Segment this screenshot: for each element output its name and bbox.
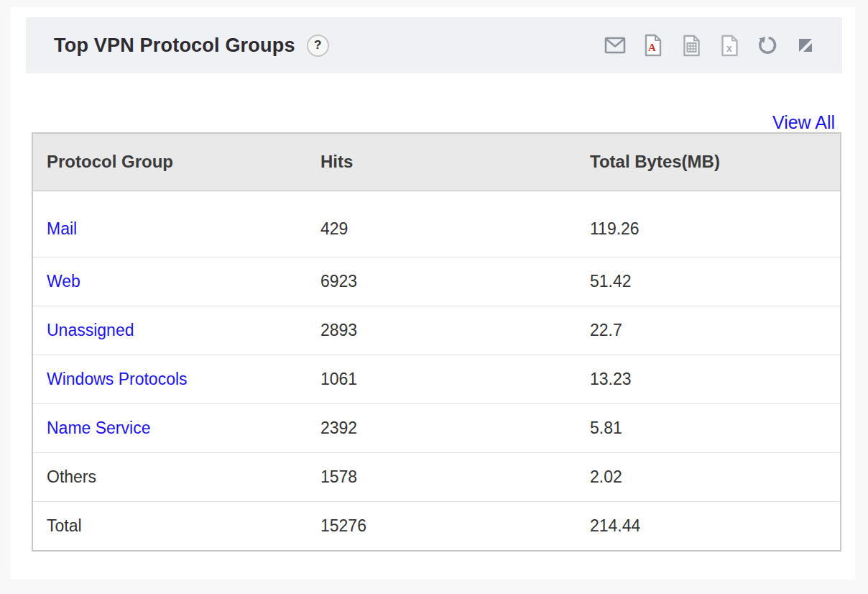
widget-header: Top VPN Protocol Groups ? A: [26, 17, 842, 73]
protocol-group-cell: Unassigned: [33, 306, 320, 355]
hits-cell: 1578: [320, 452, 590, 501]
pdf-export-icon: A: [644, 34, 662, 57]
email-button[interactable]: [604, 34, 626, 57]
hits-cell: 429: [320, 191, 590, 257]
hits-cell: 2893: [320, 306, 590, 355]
table-row: Web 6923 51.42: [33, 257, 840, 306]
table-row: Name Service 2392 5.81: [33, 403, 840, 452]
svg-text:A: A: [648, 42, 656, 53]
table-header-row: Protocol Group Hits Total Bytes(MB): [33, 134, 840, 191]
protocol-group-text: Total: [47, 516, 82, 535]
csv-export-icon: [683, 35, 701, 57]
hits-cell: 1061: [320, 355, 590, 403]
viewall-row: View All: [772, 112, 835, 133]
page: { "widget": { "title": "Top VPN Protocol…: [0, 0, 868, 594]
total-bytes-cell: 119.26: [590, 191, 840, 257]
protocol-group-link[interactable]: Name Service: [47, 419, 150, 437]
email-icon: [604, 36, 626, 55]
protocol-group-cell: Total: [33, 501, 320, 550]
table-row: Others 1578 2.02: [33, 452, 840, 501]
toolbar: A x: [604, 34, 816, 57]
refresh-icon: [757, 35, 778, 56]
protocol-group-link[interactable]: Web: [47, 272, 80, 291]
column-header-hits: Hits: [320, 134, 590, 191]
svg-text:x: x: [726, 42, 732, 54]
protocol-group-text: Others: [47, 467, 96, 486]
hits-cell: 6923: [320, 257, 590, 306]
protocol-table: Protocol Group Hits Total Bytes(MB) Mail…: [33, 134, 840, 550]
hits-cell: 15276: [320, 501, 590, 550]
protocol-group-cell: Mail: [33, 191, 320, 257]
column-header-total-bytes: Total Bytes(MB): [590, 134, 840, 191]
total-bytes-cell: 51.42: [590, 257, 840, 306]
protocol-group-link[interactable]: Unassigned: [47, 321, 134, 339]
table-row: Windows Protocols 1061 13.23: [33, 355, 840, 403]
protocol-group-link[interactable]: Windows Protocols: [47, 370, 188, 388]
refresh-button[interactable]: [757, 34, 778, 57]
excel-export-icon: x: [721, 35, 739, 57]
widget-title: Top VPN Protocol Groups: [54, 35, 295, 57]
total-bytes-cell: 13.23: [590, 355, 840, 403]
table-row: Unassigned 2893 22.7: [33, 306, 840, 355]
protocol-group-link[interactable]: Mail: [47, 219, 77, 238]
excel-export-button[interactable]: x: [719, 34, 740, 57]
protocol-table-wrap: Protocol Group Hits Total Bytes(MB) Mail…: [32, 132, 841, 552]
view-all-link[interactable]: View All: [772, 112, 835, 132]
resize-icon: [798, 37, 813, 53]
total-bytes-cell: 5.81: [590, 403, 840, 452]
help-icon[interactable]: ?: [307, 35, 329, 57]
title-wrap: Top VPN Protocol Groups ?: [54, 35, 329, 57]
total-bytes-cell: 2.02: [590, 452, 840, 501]
hits-cell: 2392: [320, 403, 590, 452]
table-head: Protocol Group Hits Total Bytes(MB): [33, 134, 840, 191]
total-bytes-cell: 22.7: [590, 306, 840, 355]
pdf-export-button[interactable]: A: [642, 34, 664, 57]
protocol-group-cell: Web: [33, 257, 320, 306]
total-bytes-cell: 214.44: [590, 501, 840, 550]
resize-button[interactable]: [795, 34, 816, 57]
protocol-group-cell: Others: [33, 452, 320, 501]
table-row: Mail 429 119.26: [33, 191, 840, 257]
protocol-group-cell: Name Service: [33, 403, 320, 452]
column-header-protocol-group: Protocol Group: [33, 134, 320, 191]
csv-export-button[interactable]: [680, 34, 702, 57]
table-row: Total 15276 214.44: [33, 501, 840, 550]
protocol-group-cell: Windows Protocols: [33, 355, 320, 403]
table-body: Mail 429 119.26 Web 6923 51.42 Unassigne…: [33, 191, 840, 550]
widget-card: Top VPN Protocol Groups ? A: [10, 7, 855, 580]
